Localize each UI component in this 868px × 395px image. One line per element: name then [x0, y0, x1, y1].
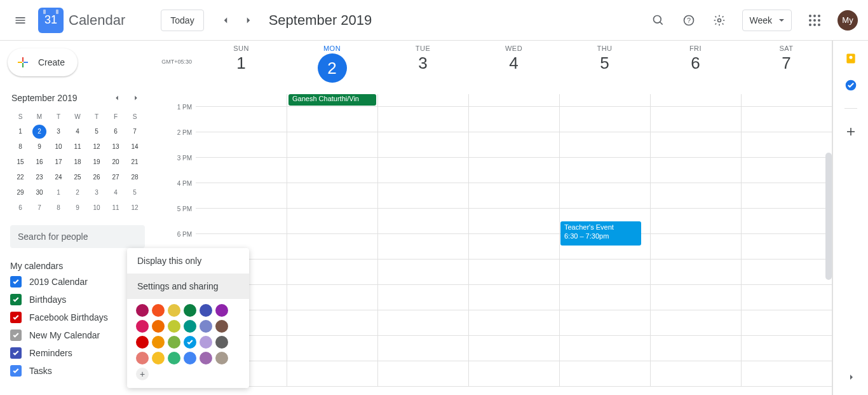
mini-day[interactable]: 2 — [32, 125, 46, 139]
hour-cell[interactable] — [650, 132, 741, 157]
mini-day[interactable]: 6 — [11, 201, 29, 215]
allday-cell[interactable] — [650, 94, 741, 106]
hour-cell[interactable] — [468, 107, 559, 132]
hour-cell[interactable] — [741, 361, 832, 386]
allday-cell[interactable] — [196, 94, 287, 106]
color-option[interactable] — [215, 336, 228, 349]
allday-cell[interactable] — [377, 94, 468, 106]
mini-day[interactable]: 5 — [126, 186, 144, 200]
color-option[interactable] — [136, 304, 149, 317]
day-header[interactable]: MON2 — [287, 41, 377, 94]
calendar-item[interactable]: Tasks — [10, 365, 145, 377]
mini-day[interactable]: 27 — [107, 170, 125, 184]
my-calendars-label[interactable]: My calendars — [10, 261, 145, 271]
hour-cell[interactable] — [287, 234, 377, 259]
hour-cell[interactable] — [559, 107, 650, 132]
hour-cell[interactable] — [650, 260, 741, 284]
mini-day[interactable]: 26 — [88, 170, 105, 184]
hour-cell[interactable] — [196, 132, 287, 157]
hour-cell[interactable] — [287, 183, 377, 208]
main-menu-button[interactable] — [5, 5, 36, 36]
search-button[interactable] — [646, 8, 671, 33]
hour-cell[interactable] — [741, 285, 832, 310]
hour-cell[interactable] — [377, 310, 468, 335]
hour-cell[interactable] — [468, 336, 559, 361]
color-option[interactable] — [200, 304, 212, 317]
hour-cell[interactable] — [468, 285, 559, 310]
mini-day[interactable]: 15 — [11, 155, 29, 169]
mini-day[interactable]: 8 — [11, 140, 29, 154]
prev-period-button[interactable] — [215, 10, 236, 31]
day-header[interactable]: SUN1 — [196, 41, 287, 94]
color-option[interactable] — [184, 352, 196, 364]
color-option[interactable] — [152, 320, 165, 333]
hour-cell[interactable] — [196, 209, 287, 233]
calendar-item[interactable]: Birthdays — [10, 294, 145, 305]
allday-event[interactable]: Ganesh Chaturthi/Vin — [288, 94, 376, 106]
allday-cell[interactable]: Ganesh Chaturthi/Vin — [287, 94, 377, 106]
hour-cell[interactable] — [377, 260, 468, 284]
hour-cell[interactable] — [287, 107, 377, 132]
day-header[interactable]: THU5 — [559, 41, 650, 94]
next-period-button[interactable] — [238, 10, 259, 31]
mini-day[interactable]: 1 — [11, 125, 29, 139]
hour-cell[interactable] — [468, 209, 559, 233]
color-option[interactable] — [168, 320, 180, 333]
hour-cell[interactable] — [559, 285, 650, 310]
hour-cell[interactable] — [741, 336, 832, 361]
hour-cell[interactable] — [377, 361, 468, 386]
mini-day[interactable]: 12 — [88, 140, 105, 154]
mini-day[interactable]: 12 — [126, 201, 144, 215]
hour-cell[interactable] — [377, 285, 468, 310]
day-header[interactable]: TUE3 — [377, 41, 468, 94]
context-menu-item[interactable]: Settings and sharing — [127, 274, 249, 299]
create-button[interactable]: Create — [8, 48, 78, 76]
color-option[interactable] — [152, 352, 165, 364]
hour-cell[interactable] — [741, 209, 832, 233]
hour-cell[interactable] — [468, 158, 559, 183]
mini-day[interactable]: 28 — [126, 170, 144, 184]
get-addons-button[interactable] — [844, 125, 857, 138]
hour-cell[interactable] — [468, 132, 559, 157]
day-header[interactable]: SAT7 — [741, 41, 832, 94]
side-panel-toggle[interactable] — [846, 372, 857, 385]
mini-day[interactable]: 4 — [69, 125, 86, 139]
allday-cell[interactable] — [559, 94, 650, 106]
mini-day[interactable]: 20 — [107, 155, 125, 169]
mini-day[interactable]: 22 — [11, 170, 29, 184]
hour-cell[interactable] — [468, 234, 559, 259]
hour-cell[interactable] — [650, 158, 741, 183]
color-option[interactable] — [136, 336, 149, 349]
mini-day[interactable]: 3 — [88, 186, 105, 200]
color-option[interactable] — [184, 320, 196, 333]
color-option[interactable] — [200, 320, 212, 333]
mini-day[interactable]: 11 — [107, 201, 125, 215]
day-header[interactable]: FRI6 — [650, 41, 741, 94]
hour-cell[interactable] — [741, 183, 832, 208]
hour-cell[interactable] — [377, 158, 468, 183]
scrollbar-thumb[interactable] — [825, 153, 832, 280]
help-button[interactable]: ? — [676, 8, 702, 33]
hour-cell[interactable] — [287, 132, 377, 157]
logo[interactable]: 31 Calendar — [38, 8, 125, 33]
mini-day[interactable]: 6 — [107, 125, 125, 139]
color-option[interactable] — [136, 352, 149, 364]
hour-cell[interactable] — [287, 310, 377, 335]
mini-day[interactable]: 1 — [50, 186, 67, 200]
mini-day[interactable]: 10 — [50, 140, 67, 154]
hour-cell[interactable] — [741, 260, 832, 284]
color-option[interactable] — [215, 352, 228, 364]
hour-cell[interactable] — [287, 158, 377, 183]
hour-cell[interactable] — [650, 183, 741, 208]
hour-cell[interactable] — [287, 285, 377, 310]
mini-day[interactable]: 8 — [50, 201, 67, 215]
calendar-item[interactable]: Facebook Birthdays — [10, 312, 145, 323]
color-option[interactable] — [184, 336, 196, 349]
hour-cell[interactable] — [377, 132, 468, 157]
hour-cell[interactable] — [650, 336, 741, 361]
mini-day[interactable]: 19 — [88, 155, 105, 169]
hour-cell[interactable] — [559, 260, 650, 284]
hour-cell[interactable] — [377, 209, 468, 233]
hour-cell[interactable] — [377, 336, 468, 361]
hour-cell[interactable] — [468, 310, 559, 335]
